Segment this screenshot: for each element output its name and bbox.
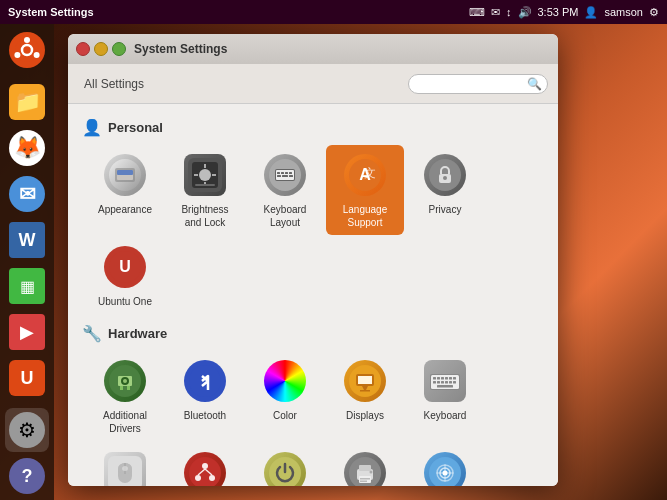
appearance-label: Appearance [98,203,152,216]
brightness-icon-wrap [181,151,229,199]
settings-item-keyboard[interactable]: Keyboard [406,351,484,441]
bluetooth-icon [184,360,226,402]
network-icon-wrap [181,449,229,486]
all-settings-button[interactable]: All Settings [78,75,150,93]
svg-text:U: U [119,258,131,275]
svg-rect-59 [449,381,452,384]
settings-item-bluetooth[interactable]: Bluetooth [166,351,244,441]
launcher-files[interactable]: 📁 [5,80,49,124]
bluetooth-label: Bluetooth [184,409,226,422]
settings-item-power[interactable]: Power [246,443,324,486]
settings-item-language[interactable]: A 文 LanguageSupport [326,145,404,235]
settings-item-color[interactable]: Color [246,351,324,441]
color-label: Color [273,409,297,422]
top-panel: System Settings ⌨ ✉ ↕ 🔊 3:53 PM 👤 samson… [0,0,667,24]
settings-item-privacy[interactable]: Privacy [406,145,484,235]
svg-rect-23 [289,172,292,174]
svg-text:文: 文 [364,166,376,180]
username-label: samson [604,6,643,18]
personal-title: Personal [108,120,163,135]
displays-icon-wrap [341,357,389,405]
network-icon [184,452,226,486]
close-button[interactable] [76,42,90,56]
keyboard-icon-wrap [421,357,469,405]
panel-title: System Settings [8,6,94,18]
launcher-thunderbird[interactable]: ✉ [5,172,49,216]
time-display: 3:53 PM [538,6,579,18]
ubuntu-one-label: Ubuntu One [98,295,152,308]
launcher-calc[interactable]: ▦ [5,264,49,308]
svg-rect-21 [281,172,284,174]
svg-rect-16 [195,184,215,186]
printing-icon-wrap [341,449,389,486]
launcher-firefox[interactable]: 🦊 [5,126,49,170]
svg-rect-50 [437,377,440,380]
search-icon: 🔍 [527,77,542,91]
launcher-writer[interactable]: W [5,218,49,262]
settings-item-additional-drivers[interactable]: AdditionalDrivers [86,351,164,441]
keyboard-layout-label: KeyboardLayout [264,203,307,229]
svg-rect-60 [453,381,456,384]
launcher: 📁 🦊 ✉ W ▦ ▶ U ⚙ ? [0,24,54,500]
launcher-impress[interactable]: ▶ [5,310,49,354]
settings-item-printing[interactable]: Printing [326,443,404,486]
personal-grid: Appearance [82,145,544,314]
printing-icon [344,452,386,486]
svg-point-41 [189,365,221,397]
minimize-button[interactable] [94,42,108,56]
hardware-section-header: 🔧 Hardware [82,324,544,343]
svg-rect-57 [441,381,444,384]
svg-rect-52 [445,377,448,380]
launcher-ubuntu[interactable] [5,28,49,72]
svg-point-70 [209,475,215,481]
svg-rect-79 [360,481,367,483]
svg-point-11 [199,169,211,181]
settings-item-appearance[interactable]: Appearance [86,145,164,235]
ubuntu-one-icon-wrap: U [101,243,149,291]
settings-item-brightness[interactable]: Brightnessand Lock [166,145,244,235]
launcher-settings[interactable]: ⚙ [5,408,49,452]
svg-rect-46 [360,390,370,392]
settings-item-keyboard-layout[interactable]: KeyboardLayout [246,145,324,235]
color-icon [264,360,306,402]
window-controls [76,42,126,56]
svg-point-4 [14,52,20,58]
drivers-label: AdditionalDrivers [103,409,147,435]
svg-rect-51 [441,377,444,380]
system-gear-icon: ⚙ [649,6,659,19]
mouse-icon-wrap [101,449,149,486]
svg-point-3 [34,52,40,58]
svg-rect-66 [122,466,128,471]
svg-point-2 [24,37,30,43]
launcher-help[interactable]: ? [5,454,49,498]
settings-item-mouse[interactable]: Mouse andTouchpad [86,443,164,486]
settings-item-network[interactable]: Network [166,443,244,486]
search-box: 🔍 [408,74,548,94]
svg-rect-78 [360,478,370,480]
power-icon [264,452,306,486]
brightness-icon [184,154,226,196]
window-title: System Settings [134,42,227,56]
svg-point-68 [202,463,208,469]
keyboard-icon [424,360,466,402]
svg-rect-49 [433,377,436,380]
hardware-icon: 🔧 [82,324,102,343]
hardware-grid: AdditionalDrivers Bluetooth [82,351,544,486]
settings-item-sound[interactable]: Sound [406,443,484,486]
keyboard-label: Keyboard [424,409,467,422]
sound-icon [424,452,466,486]
launcher-ubuntu-software[interactable]: U [5,356,49,400]
settings-item-displays[interactable]: Displays [326,351,404,441]
svg-rect-22 [285,172,288,174]
language-icon-wrap: A 文 [341,151,389,199]
settings-window: System Settings All Settings 🔍 👤 Persona… [68,34,558,486]
svg-rect-53 [449,377,452,380]
personal-section-header: 👤 Personal [82,118,544,137]
bluetooth-icon-wrap [181,357,229,405]
svg-point-67 [189,457,221,486]
power-icon-wrap [261,449,309,486]
search-input[interactable] [417,78,527,90]
maximize-button[interactable] [112,42,126,56]
svg-rect-55 [433,381,436,384]
settings-item-ubuntu-one[interactable]: U Ubuntu One [86,237,164,314]
